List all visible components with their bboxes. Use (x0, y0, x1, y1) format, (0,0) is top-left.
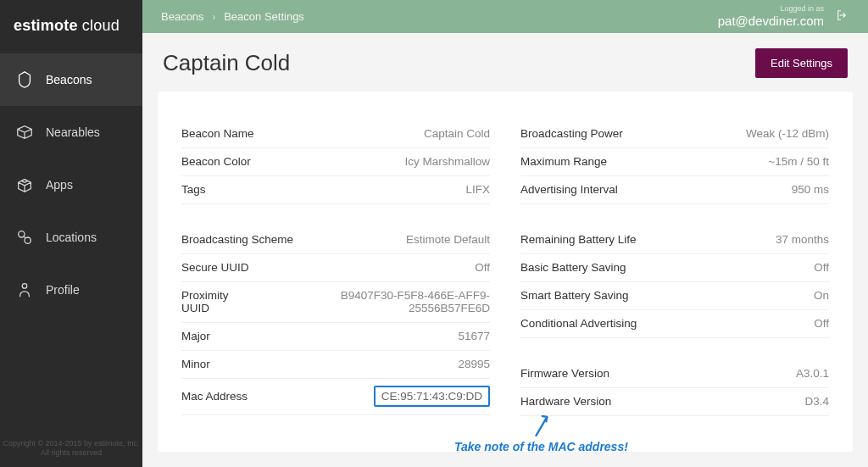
row-firmware-version: Firmware VersionA3.0.1 (520, 360, 829, 388)
row-beacon-color: Beacon ColorIcy Marshmallow (181, 148, 490, 176)
nearables-icon (15, 123, 34, 142)
svg-point-0 (19, 231, 25, 237)
sidebar-item-label: Beacons (46, 73, 92, 86)
sidebar-item-label: Apps (46, 178, 73, 192)
brand-name: estimote (14, 17, 78, 34)
topbar: Beacons › Beacon Settings Logged in as p… (142, 0, 868, 33)
apps-icon (15, 175, 34, 194)
row-conditional-advertising: Conditional AdvertisingOff (520, 310, 829, 338)
logged-in-as-label: Logged in as (718, 4, 824, 14)
user-email: pat@devdiner.com (718, 14, 824, 29)
row-broadcasting-scheme: Broadcasting SchemeEstimote Default (181, 226, 490, 254)
row-maximum-range: Maximum Range~15m / 50 ft (520, 148, 829, 176)
group-identity: Beacon NameCaptain Cold Beacon ColorIcy … (181, 120, 490, 204)
logout-icon[interactable] (836, 8, 849, 25)
group-versions: Firmware VersionA3.0.1 Hardware VersionD… (520, 360, 829, 416)
svg-point-2 (22, 284, 27, 289)
annotation-callout: Take note of the MAC address! (454, 413, 628, 453)
beacons-icon (15, 70, 34, 89)
sidebar-item-locations[interactable]: Locations (0, 211, 142, 264)
row-broadcasting-power: Broadcasting PowerWeak (-12 dBm) (520, 120, 829, 148)
page-title: Captain Cold (163, 50, 290, 76)
row-smart-battery-saving: Smart Battery SavingOn (520, 282, 829, 310)
row-major: Major51677 (181, 323, 490, 351)
row-beacon-name: Beacon NameCaptain Cold (181, 120, 490, 148)
sidebar-nav: Beacons Nearables Apps Locations (0, 53, 142, 316)
breadcrumb: Beacons › Beacon Settings (161, 10, 304, 23)
sidebar: estimote cloud Beacons Nearables Apps (0, 0, 142, 467)
brand-logo: estimote cloud (0, 0, 142, 53)
breadcrumb-current: Beacon Settings (224, 10, 304, 23)
copyright-line1: Copyright © 2014-2015 by estimote, Inc. (0, 439, 142, 449)
row-tags: TagsLIFX (181, 176, 490, 204)
sidebar-item-nearables[interactable]: Nearables (0, 106, 142, 158)
user-block: Logged in as pat@devdiner.com (718, 4, 824, 29)
copyright-line2: All rights reserved (0, 448, 142, 459)
locations-icon (15, 228, 34, 247)
group-broadcast: Broadcasting SchemeEstimote Default Secu… (181, 226, 490, 415)
right-column: Broadcasting PowerWeak (-12 dBm) Maximum… (520, 120, 829, 416)
row-minor: Minor28995 (181, 351, 490, 379)
sidebar-item-label: Profile (46, 283, 80, 297)
breadcrumb-separator: › (212, 10, 215, 23)
settings-card: Beacon NameCaptain Cold Beacon ColorIcy … (158, 92, 853, 452)
sidebar-item-label: Nearables (46, 125, 100, 139)
group-signal: Broadcasting PowerWeak (-12 dBm) Maximum… (520, 120, 829, 204)
row-basic-battery-saving: Basic Battery SavingOff (520, 254, 829, 282)
sidebar-item-label: Locations (46, 231, 97, 244)
arrow-icon (531, 413, 550, 438)
row-secure-uuid: Secure UUIDOff (181, 254, 490, 282)
main-content: Beacons › Beacon Settings Logged in as p… (142, 0, 868, 467)
edit-settings-button[interactable]: Edit Settings (755, 48, 848, 78)
group-battery: Remaining Battery Life37 months Basic Ba… (520, 226, 829, 338)
row-proximity-uuid: Proximity UUIDB9407F30-F5F8-466E-AFF9-25… (181, 282, 490, 323)
annotation-text: Take note of the MAC address! (454, 440, 628, 453)
sidebar-item-profile[interactable]: Profile (0, 264, 142, 316)
left-column: Beacon NameCaptain Cold Beacon ColorIcy … (181, 120, 490, 416)
breadcrumb-root[interactable]: Beacons (161, 10, 204, 23)
svg-point-1 (25, 237, 31, 243)
user-area: Logged in as pat@devdiner.com (718, 4, 849, 29)
row-mac-address: Mac AddressCE:95:71:43:C9:DD (181, 379, 490, 415)
row-advertising-interval: Advertising Interval950 ms (520, 176, 829, 204)
page-head: Captain Cold Edit Settings (142, 33, 868, 92)
row-remaining-battery: Remaining Battery Life37 months (520, 226, 829, 254)
profile-icon (15, 281, 34, 299)
sidebar-item-apps[interactable]: Apps (0, 158, 142, 211)
mac-address-value: CE:95:71:43:C9:DD (374, 386, 490, 407)
copyright: Copyright © 2014-2015 by estimote, Inc. … (0, 439, 142, 459)
sidebar-item-beacons[interactable]: Beacons (0, 53, 142, 106)
brand-suffix: cloud (82, 17, 120, 34)
